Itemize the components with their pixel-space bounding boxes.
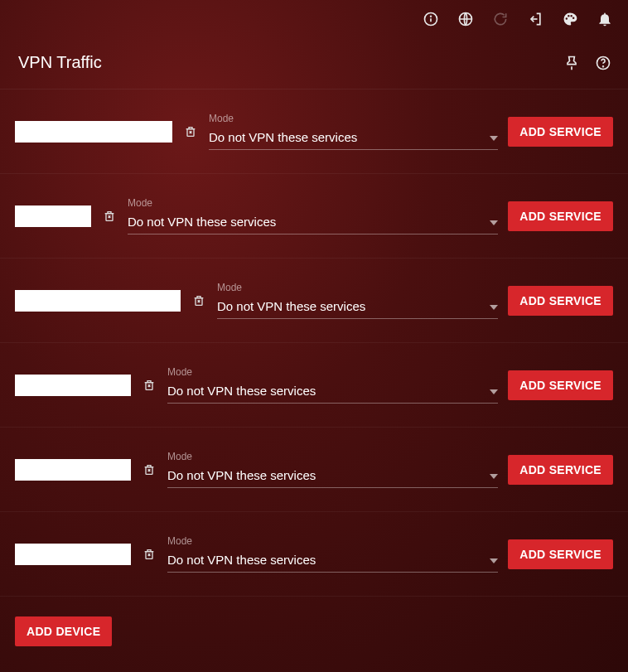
delete-icon[interactable] <box>182 123 199 141</box>
mode-label: Mode <box>209 113 498 124</box>
mode-value: Do not VPN these services <box>167 553 316 567</box>
mode-field: ModeDo not VPN these services <box>167 366 498 404</box>
device-input[interactable] <box>15 375 131 396</box>
svg-point-2 <box>431 16 432 17</box>
mode-label: Mode <box>217 282 498 293</box>
mode-label: Mode <box>167 451 498 462</box>
palette-icon[interactable] <box>562 11 578 27</box>
mode-value: Do not VPN these services <box>217 299 365 313</box>
delete-icon[interactable] <box>141 545 157 563</box>
mode-select[interactable]: Do not VPN these services <box>167 549 498 573</box>
device-input[interactable] <box>15 459 131 481</box>
mode-label: Mode <box>167 366 498 378</box>
device-rows: ModeDo not VPN these services ADD SERVIC… <box>0 89 628 597</box>
mode-field: ModeDo not VPN these services <box>128 197 498 234</box>
mode-field: ModeDo not VPN these services <box>217 282 498 319</box>
footer: ADD DEVICE <box>0 597 628 666</box>
chevron-down-icon <box>490 383 498 398</box>
add-service-button[interactable]: ADD SERVICE <box>508 286 613 316</box>
page-title: VPN Traffic <box>18 53 102 72</box>
chevron-down-icon <box>490 467 498 482</box>
device-row: ModeDo not VPN these services ADD SERVIC… <box>0 343 628 428</box>
device-row: ModeDo not VPN these services ADD SERVIC… <box>0 428 628 512</box>
mode-field: ModeDo not VPN these services <box>167 451 498 488</box>
panel-header: VPN Traffic <box>0 38 628 89</box>
mode-select[interactable]: Do not VPN these services <box>167 464 498 488</box>
delete-icon[interactable] <box>141 376 157 394</box>
exit-icon[interactable] <box>527 11 543 27</box>
mode-select[interactable]: Do not VPN these services <box>209 126 498 150</box>
refresh-icon[interactable] <box>492 11 509 27</box>
device-input[interactable] <box>15 121 172 143</box>
add-service-button[interactable]: ADD SERVICE <box>508 201 613 231</box>
panel-actions <box>563 55 611 71</box>
mode-value: Do not VPN these services <box>209 130 357 144</box>
device-row: ModeDo not VPN these services ADD SERVIC… <box>0 174 628 259</box>
chevron-down-icon <box>490 129 498 144</box>
add-service-button[interactable]: ADD SERVICE <box>508 455 613 485</box>
mode-select[interactable]: Do not VPN these services <box>167 380 498 404</box>
add-service-button[interactable]: ADD SERVICE <box>508 539 613 569</box>
mode-value: Do not VPN these services <box>128 215 276 229</box>
mode-value: Do not VPN these services <box>167 384 316 398</box>
top-toolbar <box>0 0 628 38</box>
add-device-button[interactable]: ADD DEVICE <box>15 616 112 646</box>
add-service-button[interactable]: ADD SERVICE <box>508 117 613 147</box>
device-input[interactable] <box>15 544 131 565</box>
bell-icon[interactable] <box>597 11 613 27</box>
mode-select[interactable]: Do not VPN these services <box>217 295 498 319</box>
chevron-down-icon <box>490 214 498 229</box>
mode-value: Do not VPN these services <box>167 468 316 482</box>
device-row: ModeDo not VPN these services ADD SERVIC… <box>0 89 628 174</box>
mode-label: Mode <box>167 535 498 547</box>
mode-select[interactable]: Do not VPN these services <box>128 210 498 234</box>
info-icon[interactable] <box>423 11 439 27</box>
delete-icon[interactable] <box>101 207 118 225</box>
delete-icon[interactable] <box>141 461 157 479</box>
add-service-button[interactable]: ADD SERVICE <box>508 370 613 400</box>
device-input[interactable] <box>15 205 91 227</box>
svg-point-6 <box>603 65 604 66</box>
mode-field: ModeDo not VPN these services <box>209 113 498 150</box>
help-icon[interactable] <box>595 55 611 71</box>
device-row: ModeDo not VPN these services ADD SERVIC… <box>0 259 628 343</box>
mode-label: Mode <box>128 197 498 209</box>
device-input[interactable] <box>15 290 181 312</box>
mode-field: ModeDo not VPN these services <box>167 535 498 573</box>
delete-icon[interactable] <box>191 292 207 310</box>
globe-icon[interactable] <box>457 11 474 27</box>
chevron-down-icon <box>490 552 498 567</box>
chevron-down-icon <box>490 298 498 313</box>
device-row: ModeDo not VPN these services ADD SERVIC… <box>0 512 628 597</box>
pin-icon[interactable] <box>563 55 580 71</box>
